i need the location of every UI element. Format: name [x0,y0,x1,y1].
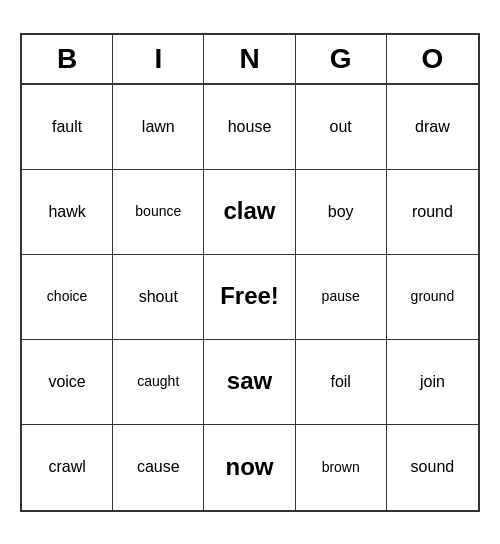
cell-text: house [228,117,272,136]
cell-text: round [412,202,453,221]
cell-text: bounce [135,203,181,220]
cell-text: brown [322,459,360,476]
bingo-cell: out [296,85,387,170]
bingo-cell: hawk [22,170,113,255]
cell-text: saw [227,367,272,396]
header-letter: I [113,35,204,83]
bingo-cell: join [387,340,478,425]
cell-text: shout [139,287,178,306]
bingo-cell: saw [204,340,295,425]
cell-text: Free! [220,282,279,311]
header-letter: B [22,35,113,83]
bingo-cell: brown [296,425,387,510]
cell-text: lawn [142,117,175,136]
cell-text: out [330,117,352,136]
cell-text: boy [328,202,354,221]
bingo-cell: claw [204,170,295,255]
cell-text: caught [137,373,179,390]
cell-text: foil [330,372,350,391]
cell-text: claw [223,197,275,226]
bingo-cell: choice [22,255,113,340]
cell-text: join [420,372,445,391]
cell-text: ground [411,288,455,305]
cell-text: draw [415,117,450,136]
bingo-cell: round [387,170,478,255]
bingo-cell: draw [387,85,478,170]
cell-text: hawk [48,202,85,221]
bingo-card: BINGO faultlawnhouseoutdrawhawkbouncecla… [20,33,480,512]
cell-text: sound [411,457,455,476]
bingo-cell: voice [22,340,113,425]
cell-text: crawl [48,457,85,476]
bingo-cell: ground [387,255,478,340]
bingo-cell: boy [296,170,387,255]
cell-text: now [225,453,273,482]
bingo-cell: bounce [113,170,204,255]
cell-text: choice [47,288,87,305]
bingo-cell: sound [387,425,478,510]
bingo-cell: lawn [113,85,204,170]
cell-text: cause [137,457,180,476]
header-letter: N [204,35,295,83]
bingo-cell: cause [113,425,204,510]
bingo-cell: foil [296,340,387,425]
cell-text: pause [322,288,360,305]
bingo-cell: shout [113,255,204,340]
cell-text: voice [48,372,85,391]
bingo-grid: faultlawnhouseoutdrawhawkbounceclawboyro… [22,85,478,510]
header-letter: G [296,35,387,83]
bingo-cell: pause [296,255,387,340]
bingo-cell: fault [22,85,113,170]
bingo-cell: caught [113,340,204,425]
cell-text: fault [52,117,82,136]
header-letter: O [387,35,478,83]
bingo-cell: Free! [204,255,295,340]
bingo-cell: house [204,85,295,170]
bingo-cell: now [204,425,295,510]
bingo-cell: crawl [22,425,113,510]
bingo-header: BINGO [22,35,478,85]
